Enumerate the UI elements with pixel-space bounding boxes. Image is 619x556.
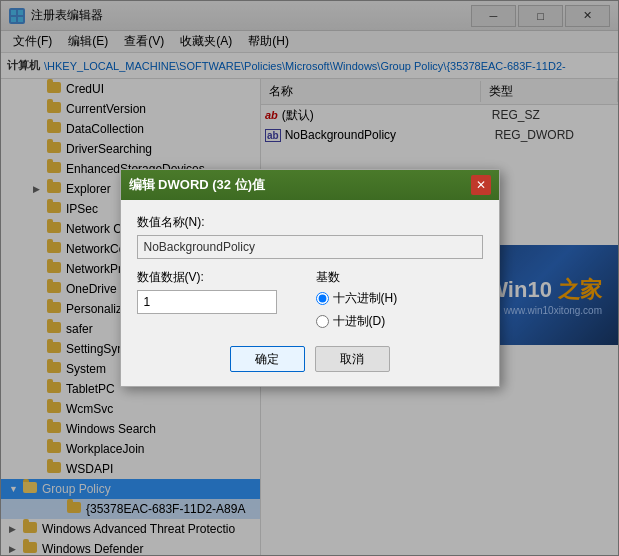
dialog-close-button[interactable]: ✕ — [471, 175, 491, 195]
radio-hex-input[interactable] — [316, 292, 329, 305]
base-radio-group: 十六进制(H) 十进制(D) — [316, 290, 483, 330]
dialog-title-bar: 编辑 DWORD (32 位)值 ✕ — [121, 170, 499, 200]
value-name-input[interactable] — [137, 235, 483, 259]
base-label: 基数 — [316, 269, 483, 286]
radio-hex[interactable]: 十六进制(H) — [316, 290, 483, 307]
radio-dec[interactable]: 十进制(D) — [316, 313, 483, 330]
edit-dword-dialog: 编辑 DWORD (32 位)值 ✕ 数值名称(N): 数值数据(V): 基数 — [120, 169, 500, 387]
ok-button[interactable]: 确定 — [230, 346, 305, 372]
radio-hex-label: 十六进制(H) — [333, 290, 398, 307]
value-data-input[interactable] — [137, 290, 277, 314]
radio-dec-input[interactable] — [316, 315, 329, 328]
cancel-button[interactable]: 取消 — [315, 346, 390, 372]
value-name-label: 数值名称(N): — [137, 214, 483, 231]
base-col: 基数 十六进制(H) 十进制(D) — [316, 269, 483, 330]
value-data-label: 数值数据(V): — [137, 269, 304, 286]
radio-dec-label: 十进制(D) — [333, 313, 386, 330]
dialog-buttons: 确定 取消 — [137, 340, 483, 376]
dialog-title: 编辑 DWORD (32 位)值 — [129, 176, 471, 194]
modal-overlay: 编辑 DWORD (32 位)值 ✕ 数值名称(N): 数值数据(V): 基数 — [0, 0, 619, 556]
dialog-body: 数值名称(N): 数值数据(V): 基数 十六进制(H) — [121, 200, 499, 386]
value-row: 数值数据(V): 基数 十六进制(H) 十进制(D) — [137, 269, 483, 330]
value-data-col: 数值数据(V): — [137, 269, 304, 330]
